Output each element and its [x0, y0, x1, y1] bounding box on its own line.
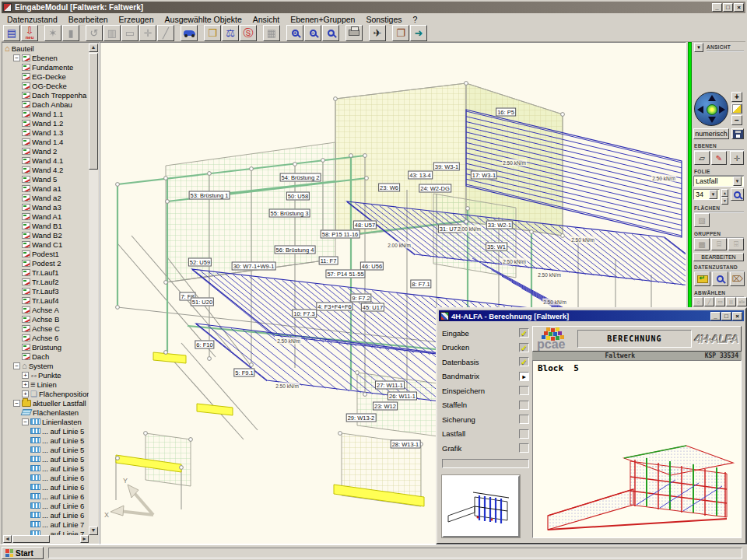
collapse-icon[interactable]: −	[13, 54, 20, 61]
tree-item[interactable]: Wand 2	[3, 146, 89, 156]
tree-item[interactable]: −System	[3, 361, 89, 370]
folie-search-button[interactable]	[731, 188, 744, 201]
tree-item[interactable]: −Ebenen	[3, 53, 89, 62]
expand-icon[interactable]: +	[22, 381, 29, 388]
layer-tree[interactable]: Bauteil−EbenenFundamenteEG-DeckeOG-Decke…	[3, 44, 89, 535]
rotate-down-icon[interactable]	[708, 117, 716, 123]
spin-down-icon[interactable]: ▼	[721, 197, 728, 205]
start-button[interactable]: Start	[2, 547, 44, 559]
collapse-icon[interactable]: −	[13, 362, 20, 369]
toolbar-drucken-button[interactable]	[345, 25, 363, 41]
tree-hscrollbar[interactable]: ◄ ►	[3, 535, 89, 543]
tree-item[interactable]: OG-Decke	[3, 81, 89, 90]
expand-icon[interactable]: +	[22, 390, 29, 397]
tree-item[interactable]: Tr.Lauf1	[3, 268, 89, 277]
rotate-up-icon[interactable]	[708, 95, 716, 101]
toolbar-zoom-in-button[interactable]: +	[286, 25, 303, 41]
tree-item[interactable]: Wand 5	[3, 174, 89, 184]
step-checkbox[interactable]	[519, 415, 529, 424]
tree-item[interactable]: Dach Treppenha	[3, 90, 89, 100]
tree-item[interactable]: Wand 1.3	[3, 128, 89, 137]
toolbar-ueberflug-button[interactable]: ✈	[369, 25, 386, 41]
tree-item[interactable]: +Flächenpositione	[3, 389, 89, 398]
ebene-edit-button[interactable]: ✎	[711, 151, 727, 165]
numerisch-button[interactable]: numerisch	[693, 128, 729, 139]
tree-item[interactable]: ... auf Linie 6	[3, 473, 89, 482]
tree-item[interactable]: Podest1	[3, 249, 89, 258]
step-checkbox[interactable]: ▸	[519, 372, 529, 381]
menu-item-bearbeiten[interactable]: Bearbeiten	[63, 15, 114, 24]
tree-hscroll-thumb[interactable]	[12, 535, 50, 543]
tree-item[interactable]: Bauteil	[3, 44, 89, 53]
step-checkbox[interactable]: ✓	[519, 343, 529, 352]
tree-item[interactable]: +Punkte	[3, 370, 89, 380]
menu-item-ebenen-gruppen[interactable]: Ebenen+Gruppen	[285, 15, 360, 24]
folie-number-select[interactable]: 34 ▼	[693, 189, 720, 200]
tree-item[interactable]: Wand a1	[3, 184, 89, 193]
scroll-left-icon[interactable]: ◄	[3, 535, 12, 543]
tree-item[interactable]: ... auf Linie 6	[3, 492, 89, 501]
tree-item[interactable]: Achse 6	[3, 333, 89, 342]
dialog-window-minimize-button[interactable]: _	[710, 312, 721, 320]
tree-item[interactable]: ... auf Linie 5	[3, 454, 89, 464]
scroll-up-icon[interactable]: ▲	[89, 44, 98, 52]
window-close-button[interactable]: ×	[734, 3, 744, 12]
tree-item[interactable]: Wand 1.2	[3, 118, 89, 128]
tree-item[interactable]: Brüstung	[3, 342, 89, 352]
toolbar-handbuch-button[interactable]: ❐	[392, 25, 409, 41]
tree-vscrollbar[interactable]: ▲ ▼	[89, 44, 98, 535]
tree-item[interactable]: ... auf Linie 5	[3, 445, 89, 454]
tree-item[interactable]: ... auf Linie 5	[3, 426, 89, 436]
tree-item[interactable]: Achse A	[3, 305, 89, 314]
tree-item[interactable]: ... auf Linie 6	[3, 482, 89, 492]
spin-up-icon[interactable]: ▲	[721, 189, 728, 197]
tree-item[interactable]: ... auf Linie 6	[3, 510, 89, 520]
toolbar-bemessung-button[interactable]: ⚖	[222, 25, 239, 41]
menu-item-datenzustand[interactable]: Datenzustand	[2, 15, 63, 24]
tree-item[interactable]: Wand a3	[3, 202, 89, 212]
rotate-right-icon[interactable]	[719, 106, 725, 114]
zoom-plus-button[interactable]: +	[731, 92, 742, 102]
scroll-right-icon[interactable]: ►	[80, 535, 89, 543]
title-bar[interactable]: EingabeModul [Faltwerk: Faltwerk] _□×	[2, 2, 745, 13]
menu-item-?[interactable]: ?	[408, 15, 423, 24]
toolbar-ueberfahrt-button[interactable]	[181, 25, 198, 41]
tree-item[interactable]: Wand 1.1	[3, 109, 89, 118]
tree-item[interactable]: Wand 4.2	[3, 165, 89, 174]
tree-item[interactable]: Wand B2	[3, 230, 89, 240]
step-checkbox[interactable]	[519, 386, 529, 395]
tree-item[interactable]: Achse C	[3, 324, 89, 333]
daten-laden-button[interactable]	[694, 271, 710, 286]
toolbar-daten-transfer-button[interactable]: ▤	[3, 25, 20, 41]
expand-icon[interactable]: +	[22, 372, 29, 379]
tree-item[interactable]: −aktueller Lastfall	[3, 398, 89, 408]
toolbar-ordner-button[interactable]: ❒	[204, 25, 221, 41]
toolbar-beenden-button[interactable]: ➜	[410, 25, 427, 41]
dropdown-arrow-icon[interactable]: ▼	[709, 190, 717, 199]
tree-item[interactable]: ... auf Linie 7	[3, 520, 89, 529]
tree-item[interactable]: Tr.Lauf3	[3, 286, 89, 296]
tree-item[interactable]: Wand A1	[3, 212, 89, 221]
step-checkbox[interactable]	[519, 401, 529, 410]
tree-item[interactable]: Dach Anbau	[3, 100, 89, 109]
tree-item[interactable]: +Linien	[3, 380, 89, 389]
view-rotate-pad[interactable]	[694, 92, 728, 126]
ebene-axis-button[interactable]: ✛	[730, 151, 744, 165]
step-checkbox[interactable]	[519, 443, 529, 453]
toolbar-zoom-out-button[interactable]: −	[304, 25, 321, 41]
zoom-minus-button[interactable]: −	[731, 115, 742, 125]
tree-item[interactable]: −Linienlasten	[3, 417, 89, 426]
tree-item[interactable]: Fundamente	[3, 62, 89, 72]
collapse-icon[interactable]: −	[13, 400, 20, 407]
tree-item[interactable]: Wand 1.4	[3, 137, 89, 146]
tree-item[interactable]: EG-Decke	[3, 72, 89, 81]
scroll-down-icon[interactable]: ▼	[89, 527, 98, 535]
menu-item-ansicht[interactable]: Ansicht	[247, 15, 285, 24]
rotate-center-icon[interactable]	[707, 104, 717, 115]
tree-item[interactable]: Wand C1	[3, 240, 89, 249]
rotate-left-icon[interactable]	[697, 106, 703, 114]
save-view-button[interactable]	[731, 128, 744, 139]
window-minimize-button[interactable]: _	[712, 3, 722, 12]
tree-item[interactable]: ... auf Linie 5	[3, 464, 89, 473]
window-maximize-button[interactable]: □	[723, 3, 733, 12]
